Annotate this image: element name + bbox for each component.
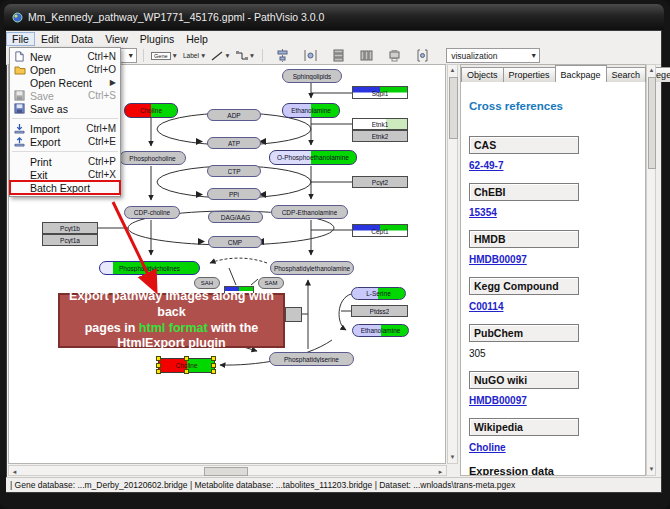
menu-help[interactable]: Help [180, 32, 214, 46]
pathway-node-l-serine[interactable]: L-Serine [351, 287, 406, 300]
scrollbar-thumb[interactable] [204, 467, 248, 476]
selection-handle[interactable] [156, 369, 161, 374]
tab-backpage[interactable]: Backpage [555, 65, 607, 82]
pathway-node-gene-box-small[interactable] [285, 307, 302, 322]
visualization-combobox[interactable]: visualization ▼ [446, 48, 540, 63]
align-top-button[interactable] [385, 48, 403, 64]
pathway-node-ppi[interactable]: PPi [207, 188, 261, 200]
xref-link[interactable]: Choline [469, 442, 506, 453]
pathway-node-ethanolamine-bottom[interactable]: Ethanolamine [352, 324, 409, 337]
menu-item-save-as[interactable]: Save as [10, 102, 120, 115]
distribute-horizontal-button[interactable] [301, 48, 319, 64]
selection-handle[interactable] [211, 369, 216, 374]
tab-objects[interactable]: Objects [461, 67, 504, 82]
chevron-down-icon[interactable]: ▼ [224, 52, 230, 59]
scroll-down-icon[interactable]: ▼ [647, 465, 656, 474]
chevron-down-icon[interactable]: ▼ [200, 52, 206, 59]
datanode-tool-button[interactable]: Gene ▼ [150, 48, 179, 64]
xref-link[interactable]: HMDB00097 [469, 254, 527, 265]
pathway-node-ethanolamine-top[interactable]: Ethanolamine [282, 103, 340, 118]
canvas-vertical-scrollbar[interactable]: ▲ ▼ [447, 64, 458, 464]
line-tool-button[interactable]: ▼ [210, 48, 231, 64]
menu-item-exit[interactable]: ExitCtrl+X [10, 168, 120, 181]
pathway-node-adp[interactable]: ADP [207, 109, 261, 121]
menu-plugins[interactable]: Plugins [134, 32, 180, 46]
scroll-down-icon[interactable]: ▼ [448, 453, 457, 462]
menu-item-export[interactable]: ExportCtrl+E [10, 135, 120, 148]
pathway-node-sphingolipids[interactable]: Sphingolipids [282, 69, 342, 83]
pathway-node-ptdss2[interactable]: Ptdss2 [351, 305, 408, 317]
pathway-node-phosphatidylethanolamine[interactable]: Phosphatidylethanolamine [270, 261, 354, 275]
label-tool-button[interactable]: Label ▼ [182, 48, 207, 64]
pathway-node-etnk1[interactable]: Etnk1 [352, 118, 408, 130]
pathway-node-etnk2[interactable]: Etnk2 [352, 130, 408, 142]
connector-tool-button[interactable]: ▼ [235, 48, 256, 64]
scroll-left-icon[interactable]: ◄ [10, 468, 19, 477]
tab-search[interactable]: Search [606, 67, 647, 82]
menu-file[interactable]: File [6, 32, 35, 46]
scrollbar-thumb[interactable] [648, 77, 656, 169]
pathway-node-choline-selected[interactable]: Choline [158, 358, 215, 373]
menu-data[interactable]: Data [65, 32, 99, 46]
scroll-up-icon[interactable]: ▲ [448, 66, 457, 75]
pathway-node-cdp-choline[interactable]: CDP-choline [124, 206, 180, 219]
layout-button[interactable] [413, 48, 431, 64]
pathway-node-cdp-ethanolamine[interactable]: CDP-Ethanolamine [271, 205, 348, 219]
menu-edit[interactable]: Edit [35, 32, 65, 46]
align-center-x-button[interactable] [273, 48, 291, 64]
sidebar-vertical-scrollbar[interactable]: ▲ ▼ [646, 64, 656, 476]
stack-horizontal-button[interactable] [357, 48, 375, 64]
scrollbar-thumb[interactable] [449, 77, 458, 139]
statusbar: | Gene database: ...m_Derby_20120602.bri… [6, 477, 661, 492]
xref-section-chebi: ChEBI15354 [469, 183, 645, 218]
pathway-node-cmp[interactable]: CMP [208, 236, 262, 248]
chevron-down-icon[interactable]: ▼ [249, 52, 255, 59]
menu-item-open[interactable]: OpenCtrl+O [10, 63, 120, 76]
pathway-node-dag-aag[interactable]: DAG/AAG [208, 211, 263, 223]
menu-item-batch-export[interactable]: Batch Export [10, 181, 120, 194]
scroll-right-icon[interactable]: ► [436, 468, 445, 477]
pathway-node-sam[interactable]: SAM [258, 277, 284, 289]
pathway-node-pcyt2[interactable]: Pcyt2 [352, 176, 408, 188]
node-label: L-Serine [366, 290, 391, 297]
xref-link[interactable]: 15354 [469, 207, 497, 218]
pathway-node-phosphocholine[interactable]: Phosphocholine [119, 151, 186, 165]
xref-link[interactable]: HMDB00097 [469, 395, 527, 406]
pathway-node-phosphatidylserine[interactable]: Phosphatidylserine [269, 352, 354, 366]
selection-handle[interactable] [156, 363, 161, 368]
scroll-up-icon[interactable]: ▲ [647, 66, 656, 75]
pathway-node-choline-top[interactable]: Choline [124, 103, 178, 118]
menu-item-save[interactable]: SaveCtrl+S [10, 89, 120, 102]
xref-link[interactable]: C00114 [469, 301, 503, 312]
tab-properties[interactable]: Properties [503, 67, 556, 82]
stack-vertical-button[interactable] [329, 48, 347, 64]
pathway-node-ctp[interactable]: CTP [207, 165, 261, 177]
selection-handle[interactable] [184, 369, 189, 374]
menu-view[interactable]: View [99, 32, 134, 46]
pathway-node-sgpl1[interactable]: Sgpl1 [352, 86, 408, 99]
chevron-down-icon[interactable]: ▼ [524, 52, 537, 59]
chevron-down-icon[interactable]: ▼ [172, 52, 178, 59]
chevron-down-icon[interactable]: ▼ [121, 52, 134, 59]
selection-handle[interactable] [211, 363, 216, 368]
pathway-node-o-phosphoethanolamine[interactable]: O-Phosphoethanolamine [269, 150, 357, 165]
pathway-node-pcyt1a[interactable]: Pcyt1a [42, 234, 98, 246]
selection-handle[interactable] [156, 356, 161, 361]
pathway-node-cept1[interactable]: Cept1 [352, 224, 408, 237]
menu-item-import[interactable]: ImportCtrl+M [10, 122, 120, 135]
selection-handle[interactable] [211, 356, 216, 361]
xref-link[interactable]: 62-49-7 [469, 160, 503, 171]
pathway-node-pcyt1b[interactable]: Pcyt1b [42, 222, 98, 234]
menu-item-new[interactable]: NewCtrl+N [10, 50, 120, 63]
canvas-horizontal-scrollbar[interactable]: ◄ ► [8, 465, 447, 476]
menu-item-print[interactable]: PrintCtrl+P [10, 155, 120, 168]
pathway-node-sah[interactable]: SAH [194, 277, 220, 289]
selection-handle[interactable] [184, 356, 189, 361]
node-label: Phosphatidylethanolamine [274, 265, 350, 272]
pathway-node-phosphatidylcholines[interactable]: Phosphatidylcholines [99, 261, 200, 275]
xref-section-nugo-wiki: NuGO wikiHMDB00097 [469, 371, 645, 406]
stack-vertical-icon [332, 49, 345, 62]
pathway-node-atp[interactable]: ATP [207, 137, 261, 149]
titlebar[interactable]: Mm_Kennedy_pathway_WP1771_45176.gpml - P… [4, 4, 664, 30]
menu-item-open-recent[interactable]: Open Recent▶ [10, 76, 120, 89]
